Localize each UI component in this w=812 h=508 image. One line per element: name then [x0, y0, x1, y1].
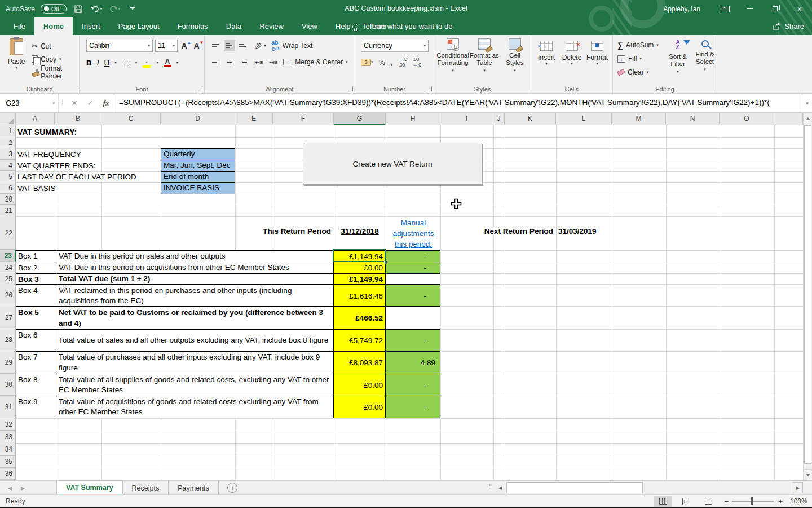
scroll-up-icon[interactable] — [804, 113, 812, 124]
manual-adjustments-link[interactable]: Manual adjustments this period: — [387, 217, 440, 249]
format-as-table-button[interactable]: Format as Table▾ — [469, 38, 500, 82]
this-return-period-date[interactable]: 31/12/2018 — [334, 227, 386, 235]
description-cell[interactable]: VAT Due in this period on acquisitions f… — [55, 262, 334, 273]
enter-icon[interactable]: ✓ — [82, 94, 98, 112]
sheet-scroll-left-icon[interactable]: ◀ — [8, 485, 12, 491]
zoom-in-icon[interactable]: + — [778, 495, 783, 507]
tab-splitter-handle[interactable]: ⁞⁞ — [487, 484, 491, 489]
autosave-toggle[interactable]: Off — [41, 4, 67, 14]
manual-adjustment-cell[interactable] — [386, 274, 440, 284]
alignment-dialog-launcher-icon[interactable] — [348, 86, 353, 91]
paste-button[interactable]: Paste ▾ — [5, 38, 28, 81]
format-cells-button[interactable]: Format▾ — [585, 38, 610, 82]
ribbon-tab-view[interactable]: View — [293, 17, 326, 35]
manual-adjustment-cell[interactable]: - — [386, 330, 440, 351]
font-color-icon[interactable]: A — [164, 59, 171, 67]
comma-style-button[interactable]: , — [391, 58, 393, 67]
description-cell[interactable]: Total value of all supplies of goods and… — [55, 374, 334, 396]
undo-icon[interactable]: ▾ — [90, 3, 103, 15]
value-cell[interactable]: £0.00 — [334, 396, 386, 418]
sheet-scroll-right-icon[interactable]: ▶ — [21, 485, 25, 491]
zoom-out-icon[interactable]: − — [724, 495, 729, 507]
box-number-cell[interactable]: Box 3 — [16, 274, 55, 284]
font-size-combobox[interactable]: 11▾ — [155, 40, 178, 52]
close-icon[interactable]: × — [787, 0, 812, 17]
clear-button[interactable]: Clear▾ — [617, 67, 648, 78]
percent-style-button[interactable]: % — [379, 58, 386, 67]
page-layout-view-icon[interactable] — [677, 496, 695, 507]
description-cell[interactable]: VAT reclaimed in this period on purchase… — [55, 285, 334, 306]
cell-a1-title[interactable]: VAT SUMMARY: — [17, 128, 80, 137]
fill-button[interactable]: ↓Fill▾ — [617, 53, 642, 64]
box-number-cell[interactable]: Box 6 — [16, 330, 55, 351]
description-cell[interactable]: Total value of purchases and all other i… — [55, 352, 334, 374]
formula-bar-splitter[interactable]: ⁞ — [59, 94, 67, 112]
box-number-cell[interactable]: Box 5 — [16, 307, 55, 329]
manual-adjustment-cell[interactable]: - — [386, 285, 440, 306]
redo-dropdown-icon[interactable]: ▾ — [118, 6, 121, 11]
create-vat-return-button[interactable]: Create new VAT Return — [303, 143, 482, 185]
vertical-scrollbar[interactable] — [803, 113, 812, 480]
description-cell[interactable]: Net VAT to be paid to Customs or reclaim… — [55, 307, 334, 329]
underline-button[interactable]: U — [104, 59, 110, 67]
align-right-icon[interactable] — [237, 56, 249, 68]
wrap-text-button[interactable]: abc↵Wrap Text — [272, 40, 313, 52]
shrink-font-icon[interactable]: A▼ — [192, 40, 205, 52]
top-align-icon[interactable] — [210, 40, 222, 51]
clipboard-dialog-launcher-icon[interactable] — [72, 86, 77, 91]
setting-label[interactable]: VAT FREQUENCY — [17, 150, 85, 159]
manual-adjustment-cell[interactable]: 4.89 — [386, 352, 440, 374]
box-number-cell[interactable]: Box 1 — [16, 251, 55, 262]
horizontal-scroll-thumb[interactable] — [506, 482, 643, 493]
value-cell[interactable]: £1,149.94 — [334, 251, 386, 262]
ribbon-tab-review[interactable]: Review — [250, 17, 293, 35]
manual-adjustment-cell[interactable]: - — [386, 262, 440, 273]
manual-adjustment-cell[interactable]: - — [386, 374, 440, 396]
fill-color-dropdown-icon[interactable]: ▾ — [156, 60, 158, 65]
conditional-formatting-button[interactable]: Conditional Formatting▾ — [438, 38, 468, 82]
middle-align-icon[interactable] — [224, 40, 235, 51]
value-cell[interactable]: £466.52 — [334, 307, 386, 329]
hscroll-left-icon[interactable]: ◀ — [495, 482, 505, 493]
ribbon-tab-formulas[interactable]: Formulas — [169, 17, 217, 35]
next-return-period-date[interactable]: 31/03/2019 — [558, 227, 597, 235]
ribbon-tab-file[interactable]: File — [5, 17, 34, 35]
value-cell[interactable]: £0.00 — [334, 262, 386, 273]
sort-filter-button[interactable]: AZSort & Filter▾ — [665, 38, 691, 84]
tell-me-box[interactable]: Tell me what you want to do — [352, 17, 452, 35]
format-painter-button[interactable]: Format Painter — [32, 67, 79, 77]
increase-decimal-icon[interactable]: ←.0.00 — [399, 56, 407, 68]
bold-button[interactable]: B — [86, 59, 92, 67]
insert-cells-button[interactable]: ⇤Insert▾ — [534, 38, 559, 82]
manual-adjustment-cell[interactable] — [386, 307, 440, 329]
setting-value-cell[interactable]: End of month — [161, 171, 235, 183]
accounting-format-button[interactable]: $▾ — [361, 59, 373, 66]
setting-label[interactable]: VAT BASIS — [17, 183, 59, 193]
ribbon-tab-data[interactable]: Data — [217, 17, 250, 35]
cut-button[interactable]: Cut — [32, 41, 51, 51]
delete-cells-button[interactable]: ✕Delete▾ — [559, 38, 584, 82]
decrease-indent-icon[interactable]: ⇤≡ — [254, 59, 263, 66]
box-number-cell[interactable]: Box 9 — [16, 396, 55, 418]
vertical-scroll-thumb[interactable] — [804, 125, 811, 464]
sheet-tab-vat-summary[interactable]: VAT Summary — [56, 480, 123, 495]
orientation-button[interactable]: ab▾ — [254, 42, 266, 49]
grow-font-icon[interactable]: A▲ — [180, 40, 193, 52]
number-dialog-launcher-icon[interactable] — [427, 86, 432, 91]
minimize-icon[interactable] — [738, 0, 762, 17]
underline-dropdown-icon[interactable]: ▾ — [114, 60, 117, 65]
description-cell[interactable]: Total value of acquisitions of goods and… — [55, 396, 334, 418]
find-select-button[interactable]: Find & Select▾ — [692, 38, 718, 84]
align-center-icon[interactable] — [224, 56, 235, 68]
box-number-cell[interactable]: Box 4 — [16, 285, 55, 306]
ribbon-tab-page-layout[interactable]: Page Layout — [109, 17, 169, 35]
share-button[interactable]: Share — [773, 17, 804, 35]
scroll-down-icon[interactable] — [804, 469, 812, 480]
sheet-tab-payments[interactable]: Payments — [169, 481, 219, 495]
borders-dropdown-icon[interactable]: ▾ — [135, 60, 138, 65]
new-sheet-icon[interactable]: + — [227, 483, 237, 493]
font-name-combobox[interactable]: Calibri▾ — [86, 40, 153, 52]
italic-button[interactable]: I — [97, 59, 99, 67]
next-return-period-label[interactable]: Next Return Period — [483, 227, 555, 235]
decrease-decimal-icon[interactable]: .00→.0 — [413, 56, 421, 68]
